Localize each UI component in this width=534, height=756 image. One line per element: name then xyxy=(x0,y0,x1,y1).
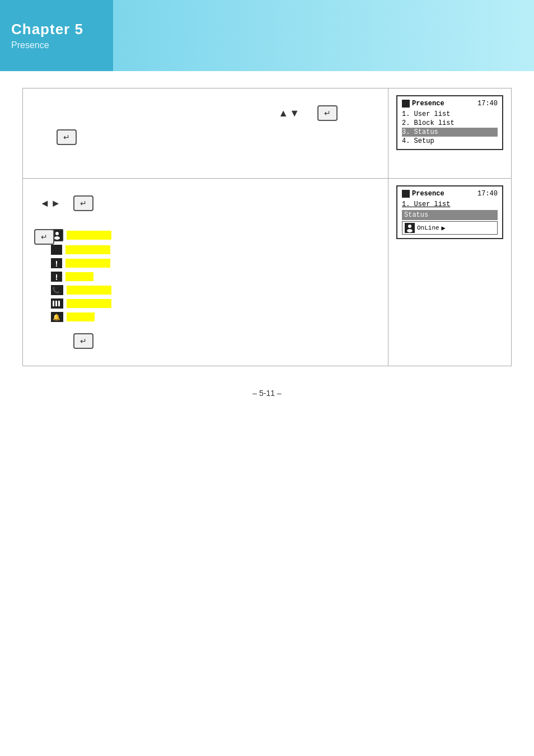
svg-rect-7 xyxy=(55,301,57,306)
status-label-bell xyxy=(67,312,95,321)
enter-key-symbol-3: ↵ xyxy=(80,199,87,208)
screen1-header-left: Presence xyxy=(402,100,444,108)
section2-screen-area: Presence 17:40 1. User list Status OnLin… xyxy=(388,179,511,366)
enter-key-symbol-4: ↵ xyxy=(41,232,48,241)
screen1-title: Presence xyxy=(412,100,444,108)
header-background xyxy=(113,0,534,71)
enter-key-symbol: ↵ xyxy=(324,109,331,118)
screen1-header: Presence 17:40 xyxy=(402,100,498,108)
exclaim-icon-2: ! xyxy=(51,272,62,282)
screen2-time: 17:40 xyxy=(477,190,498,198)
enter-key-symbol-5: ↵ xyxy=(80,337,87,346)
screen1-time: 17:40 xyxy=(477,100,498,108)
screen2-menu-userlist: 1. User list xyxy=(402,200,498,209)
chapter-number: Chapter 5 xyxy=(11,21,102,38)
enter-key-left[interactable]: ↵ xyxy=(34,229,54,245)
section1-top-row: ▲▼ ↵ xyxy=(40,105,371,121)
screen1-menu-item-1: 1. User list xyxy=(402,110,498,119)
enter-key-top-right[interactable]: ↵ xyxy=(317,105,338,121)
section1-bottom-row: ↵ xyxy=(40,129,371,145)
screen1-menu-item-2: 2. Block list xyxy=(402,119,498,128)
svg-rect-6 xyxy=(53,301,54,306)
section1-screen-area: Presence 17:40 1. User list 2. Block lis… xyxy=(388,88,511,178)
status-icons-list: ! ! 📞 xyxy=(51,229,111,322)
square-icon xyxy=(51,245,62,255)
status-row-person xyxy=(51,229,111,241)
section2-diagram-left: ◄► ↵ ↵ xyxy=(23,179,388,366)
status-label-square xyxy=(65,245,110,254)
phone-icon: 📞 xyxy=(51,285,63,295)
screen2-person-icon xyxy=(405,223,415,233)
status-row-bars xyxy=(51,298,111,309)
status-label-exclaim2 xyxy=(65,272,93,281)
svg-point-2 xyxy=(54,236,60,240)
left-right-arrows: ◄► xyxy=(40,198,62,209)
screen2-title: Presence xyxy=(412,190,444,198)
screen2-signal-icon xyxy=(402,190,410,198)
status-label-exclaim1 xyxy=(65,259,110,268)
enter-key-bottom[interactable]: ↵ xyxy=(73,333,93,349)
screen1-menu-item-3: 3. Status xyxy=(402,128,498,137)
svg-text:🔔: 🔔 xyxy=(53,313,60,321)
status-row-exclaim2: ! xyxy=(51,272,111,282)
phone-screen-2: Presence 17:40 1. User list Status OnLin… xyxy=(396,185,503,239)
phone-screen-1: Presence 17:40 1. User list 2. Block lis… xyxy=(396,95,503,150)
enter-key-bottom-left[interactable]: ↵ xyxy=(57,129,77,145)
status-label-phone xyxy=(67,286,111,295)
section1-content: ▲▼ ↵ ↵ xyxy=(40,105,371,145)
enter-key-symbol-2: ↵ xyxy=(63,133,70,142)
status-row-square xyxy=(51,245,111,255)
section2-top-row: ◄► ↵ xyxy=(40,195,127,211)
status-label-bars xyxy=(67,299,111,308)
main-content: ▲▼ ↵ ↵ Presence xyxy=(0,71,534,414)
status-label-person xyxy=(67,231,111,240)
up-down-arrows: ▲▼ xyxy=(278,108,301,119)
screen2-status-highlight: Status xyxy=(402,210,498,220)
screen-signal-icon xyxy=(402,100,410,108)
screen2-header: Presence 17:40 xyxy=(402,190,498,198)
screen2-online-row: OnLine ▶ xyxy=(402,221,498,235)
screen2-online-label: OnLine xyxy=(417,225,439,231)
diagram-section-2: ◄► ↵ ↵ xyxy=(22,179,512,366)
svg-point-13 xyxy=(407,229,413,232)
chapter-label-area: Chapter 5 Presence xyxy=(0,0,113,71)
svg-text:📞: 📞 xyxy=(52,286,60,294)
section1-diagram-left: ▲▼ ↵ ↵ xyxy=(23,88,388,178)
bars-icon xyxy=(51,298,63,309)
svg-rect-8 xyxy=(58,301,60,306)
bell-icon: 🔔 xyxy=(51,312,63,322)
enter-key-top[interactable]: ↵ xyxy=(73,195,93,211)
page-header: Chapter 5 Presence xyxy=(0,0,534,71)
status-row-bell: 🔔 xyxy=(51,312,111,322)
screen2-arrow-right: ▶ xyxy=(442,224,446,232)
status-row-exclaim1: ! xyxy=(51,258,111,268)
svg-point-1 xyxy=(55,232,59,235)
status-row-phone: 📞 xyxy=(51,285,111,295)
chapter-title: Presence xyxy=(11,40,102,50)
screen2-header-left: Presence xyxy=(402,190,444,198)
screen1-menu-item-4: 4. Setup xyxy=(402,137,498,146)
page-number: – 5-11 – xyxy=(22,389,512,398)
diagram-section-1: ▲▼ ↵ ↵ Presence xyxy=(22,88,512,179)
svg-point-12 xyxy=(408,225,411,228)
exclaim-icon-1: ! xyxy=(51,258,62,268)
